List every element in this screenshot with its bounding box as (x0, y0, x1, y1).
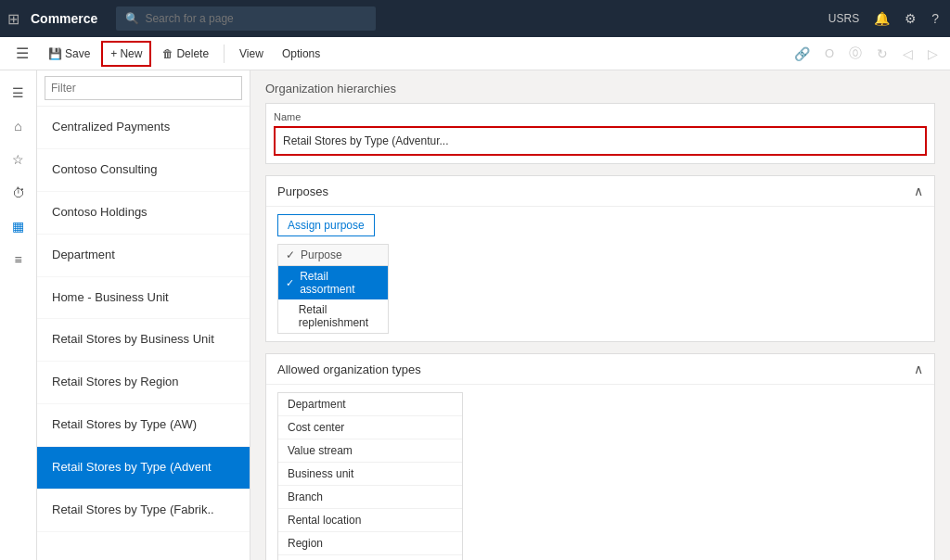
check-col: ✓ (286, 248, 297, 261)
toolbar-separator (224, 45, 225, 63)
refresh-icon[interactable]: ↻ (872, 45, 892, 63)
org-type-item-4: Branch (278, 486, 462, 509)
app-title: Commerce (31, 11, 97, 26)
options-button[interactable]: Options (275, 41, 327, 67)
hierarchy-selected-name: Retail Stores by Type (Adventur... (283, 134, 449, 147)
main-toolbar: ☰ 💾 Save + New 🗑 Delete View Options 🔗 O… (0, 37, 950, 70)
purposes-section: Purposes ∧ Assign purpose ✓ Purpose ✓Ret… (265, 175, 935, 342)
delete-button[interactable]: 🗑 Delete (155, 41, 216, 67)
side-icon-bar: ☰ ⌂ ☆ ⏱ ▦ ≡ (0, 70, 37, 560)
hierarchy-box: Name Retail Stores by Type (Adventur... (265, 103, 935, 164)
search-bar[interactable]: 🔍 (116, 6, 376, 31)
nav-item-0[interactable]: Centralized Payments (37, 107, 250, 149)
org-types-list: DepartmentCost centerValue streamBusines… (277, 392, 463, 560)
purpose-table: ✓ Purpose ✓Retail assortmentRetail reple… (277, 244, 389, 334)
sidebar-grid-icon[interactable]: ▦ (4, 211, 33, 241)
nav-item-6[interactable]: Retail Stores by Region (37, 362, 250, 404)
save-icon: 💾 (48, 47, 62, 60)
top-right-toolbar: USRS 🔔 ⚙ ? (825, 9, 943, 28)
org-hierarchies-title: Organization hierarchies (265, 82, 935, 95)
org-type-item-3: Business unit (278, 463, 462, 486)
main-layout: ☰ ⌂ ☆ ⏱ ▦ ≡ Centralized PaymentsContoso … (0, 70, 950, 560)
nav-item-3[interactable]: Department (37, 235, 250, 277)
purposes-body: Assign purpose ✓ Purpose ✓Retail assortm… (266, 207, 934, 341)
purpose-col-label: Purpose (301, 248, 342, 261)
help-icon[interactable]: ? (928, 9, 943, 28)
purpose-row-1[interactable]: Retail replenishment (278, 299, 388, 333)
nav-item-7[interactable]: Retail Stores by Type (AW) (37, 404, 250, 447)
org-type-item-2: Value stream (278, 439, 462, 463)
sidebar-star-icon[interactable]: ☆ (4, 145, 33, 174)
allowed-org-types-body: DepartmentCost centerValue streamBusines… (266, 385, 934, 560)
purpose-label-0: Retail assortment (300, 270, 380, 296)
back-icon[interactable]: ◁ (898, 45, 918, 63)
purposes-header: Purposes ∧ (266, 176, 934, 207)
link-icon[interactable]: 🔗 (790, 45, 815, 63)
sidebar-list-icon[interactable]: ≡ (4, 245, 33, 274)
nav-item-4[interactable]: Home - Business Unit (37, 277, 250, 320)
menu-toggle-icon[interactable]: ☰ (7, 39, 37, 69)
view-button[interactable]: View (232, 41, 271, 67)
org-type-item-1: Cost center (278, 416, 462, 439)
sidebar-home-icon[interactable]: ⌂ (4, 111, 33, 141)
new-button[interactable]: + New (101, 41, 151, 67)
plus-icon: + (110, 47, 117, 60)
user-label: USRS (825, 10, 863, 27)
filter-input[interactable] (45, 76, 242, 100)
allowed-org-types-header: Allowed organization types ∧ (266, 354, 934, 385)
sidebar-clock-icon[interactable]: ⏱ (4, 178, 33, 208)
org-type-item-5: Rental location (278, 509, 462, 532)
nav-item-9[interactable]: Retail Stores by Type (Fabrik.. (37, 490, 250, 532)
nav-panel: Centralized PaymentsContoso ConsultingCo… (37, 70, 250, 560)
purposes-collapse-button[interactable]: ∧ (914, 184, 923, 198)
org-type-item-7: Retail channel (278, 555, 462, 560)
nav-filter-area (37, 70, 250, 107)
purposes-title: Purposes (277, 185, 328, 198)
office-icon[interactable]: O (820, 45, 839, 62)
delete-icon: 🗑 (162, 47, 173, 60)
grid-apps-icon[interactable]: ⊞ (7, 10, 19, 28)
purpose-label-1: Retail replenishment (299, 303, 380, 329)
name-label: Name (274, 111, 927, 122)
nav-item-2[interactable]: Contoso Holdings (37, 192, 250, 235)
save-button[interactable]: 💾 Save (41, 41, 97, 67)
top-bar: ⊞ Commerce 🔍 USRS 🔔 ⚙ ? (0, 0, 950, 37)
settings-icon[interactable]: ⚙ (901, 9, 920, 28)
purpose-table-header: ✓ Purpose (278, 245, 388, 266)
search-input[interactable] (145, 12, 366, 25)
allowed-org-types-collapse-button[interactable]: ∧ (914, 362, 923, 376)
check-icon-0: ✓ (286, 277, 296, 289)
allowed-org-types-title: Allowed organization types (277, 363, 421, 376)
purpose-row-0[interactable]: ✓Retail assortment (278, 266, 388, 299)
sidebar-hamburger-icon[interactable]: ☰ (4, 78, 33, 108)
allowed-org-types-section: Allowed organization types ∧ DepartmentC… (265, 353, 935, 560)
hierarchy-name-row[interactable]: Retail Stores by Type (Adventur... (274, 126, 927, 156)
assign-purpose-button[interactable]: Assign purpose (277, 214, 375, 236)
search-icon: 🔍 (125, 12, 139, 25)
nav-item-1[interactable]: Contoso Consulting (37, 149, 250, 192)
bell-icon[interactable]: 🔔 (870, 9, 893, 28)
badge-icon[interactable]: ⓪ (844, 44, 867, 64)
org-type-item-0: Department (278, 393, 462, 416)
forward-icon[interactable]: ▷ (923, 45, 943, 63)
nav-item-5[interactable]: Retail Stores by Business Unit (37, 319, 250, 362)
nav-item-8[interactable]: Retail Stores by Type (Advent (37, 447, 250, 490)
org-type-item-6: Region (278, 532, 462, 555)
nav-list: Centralized PaymentsContoso ConsultingCo… (37, 107, 250, 560)
content-area: Organization hierarchies Name Retail Sto… (250, 70, 950, 560)
